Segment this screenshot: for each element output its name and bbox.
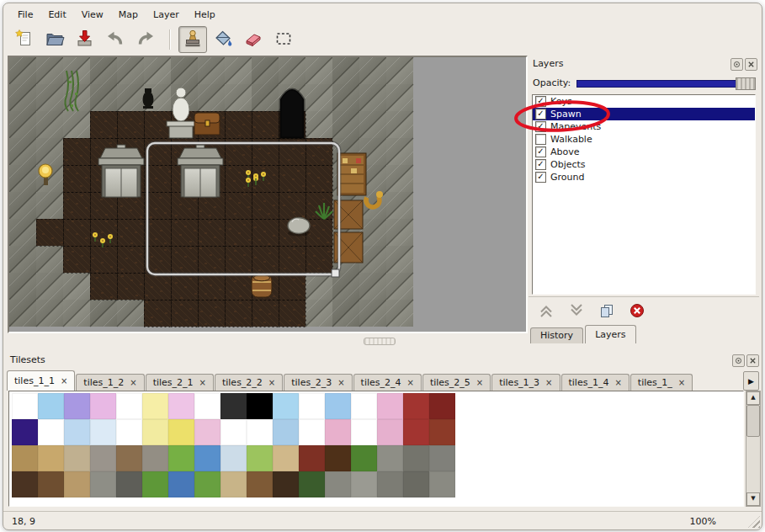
- undo-button[interactable]: [101, 26, 130, 53]
- layer-row-walkable[interactable]: Walkable: [533, 133, 755, 146]
- tileset-tile[interactable]: [38, 471, 64, 497]
- tileset-tile[interactable]: [247, 445, 273, 471]
- tileset-tile[interactable]: [220, 445, 247, 471]
- tileset-tile[interactable]: [12, 419, 38, 445]
- tileset-tile[interactable]: [429, 445, 455, 471]
- tileset-tile[interactable]: [64, 393, 90, 419]
- tileset-tab-tiles_1_4[interactable]: tiles_1_4×: [561, 374, 630, 391]
- tileset-tile[interactable]: [299, 393, 325, 419]
- select-tool-button[interactable]: [269, 26, 298, 53]
- scroll-up-icon[interactable]: ▲: [746, 391, 760, 405]
- tab-close-icon[interactable]: ×: [61, 377, 67, 386]
- tileset-tile[interactable]: [351, 445, 377, 471]
- tileset-tile[interactable]: [38, 393, 64, 419]
- tileset-tile[interactable]: [116, 393, 142, 419]
- tileset-tile[interactable]: [377, 393, 403, 419]
- opacity-slider-handle[interactable]: [736, 77, 756, 90]
- tileset-tile[interactable]: [247, 471, 273, 497]
- layer-row-keys[interactable]: ✓Keys: [533, 95, 755, 108]
- layer-checkbox[interactable]: ✓: [535, 172, 546, 183]
- tileset-tab-tiles_2_4[interactable]: tiles_2_4×: [353, 374, 422, 391]
- map-canvas[interactable]: [9, 57, 523, 328]
- tileset-tile[interactable]: [12, 393, 38, 419]
- tileset-tile[interactable]: [377, 445, 403, 471]
- layer-row-ground[interactable]: ✓Ground: [533, 171, 755, 184]
- tileset-tab-tiles_2_2[interactable]: tiles_2_2×: [215, 374, 283, 391]
- redo-button[interactable]: [131, 26, 160, 53]
- tileset-tile[interactable]: [64, 445, 90, 471]
- tileset-tile[interactable]: [273, 445, 299, 471]
- tileset-tile[interactable]: [299, 419, 325, 445]
- tileset-tile[interactable]: [38, 419, 64, 445]
- tileset-tile[interactable]: [403, 471, 429, 497]
- tileset-tile[interactable]: [429, 419, 455, 445]
- stamp-tool-button[interactable]: [178, 26, 207, 53]
- save-button[interactable]: [71, 26, 99, 53]
- tileset-tile[interactable]: [351, 419, 377, 445]
- tileset-tile[interactable]: [273, 419, 299, 445]
- tileset-tile[interactable]: [12, 445, 38, 471]
- tileset-tile[interactable]: [273, 393, 299, 419]
- layer-row-above[interactable]: ✓Above: [533, 146, 755, 158]
- panel-float-icon[interactable]: [732, 354, 745, 367]
- tileset-tile[interactable]: [168, 445, 194, 471]
- tileset-tab-tiles_1[interactable]: tiles_1_×: [630, 374, 693, 391]
- tileset-tile[interactable]: [142, 471, 168, 497]
- panel-float-icon[interactable]: [730, 58, 743, 71]
- tileset-tile[interactable]: [64, 471, 90, 497]
- tileset-tile[interactable]: [377, 419, 403, 445]
- tileset-tile[interactable]: [38, 445, 64, 471]
- tileset-tile[interactable]: [142, 419, 168, 445]
- panel-tab-layers[interactable]: Layers: [585, 325, 635, 343]
- duplicate-layer-button[interactable]: [598, 301, 616, 320]
- tileset-tile[interactable]: [220, 419, 247, 445]
- tileset-tile[interactable]: [90, 419, 116, 445]
- layer-row-mapevents[interactable]: ✓Mapevents: [533, 120, 755, 133]
- layer-checkbox[interactable]: ✓: [535, 96, 546, 107]
- tab-close-icon[interactable]: ×: [545, 379, 552, 387]
- tileset-tile[interactable]: [325, 445, 351, 471]
- tileset-tile[interactable]: [90, 471, 116, 497]
- tab-close-icon[interactable]: ×: [476, 379, 483, 387]
- lower-layer-button[interactable]: [567, 301, 586, 320]
- scrollbar-thumb[interactable]: [746, 405, 760, 437]
- tileset-tab-tiles_1_2[interactable]: tiles_1_2×: [76, 374, 144, 391]
- tileset-tile[interactable]: [142, 393, 168, 419]
- menu-view[interactable]: View: [74, 7, 111, 23]
- tileset-tile[interactable]: [116, 419, 142, 445]
- tileset-tile[interactable]: [116, 471, 142, 497]
- tileset-tile[interactable]: [220, 471, 247, 497]
- tab-close-icon[interactable]: ×: [614, 379, 621, 387]
- tileset-tab-tiles_2_5[interactable]: tiles_2_5×: [422, 374, 491, 391]
- panel-close-icon[interactable]: [745, 58, 757, 71]
- layer-checkbox[interactable]: ✓: [535, 159, 546, 170]
- tileset-tile[interactable]: [168, 393, 194, 419]
- tileset-tile[interactable]: [429, 393, 455, 419]
- new-file-button[interactable]: [10, 26, 39, 53]
- splitter-handle[interactable]: [364, 338, 396, 345]
- tab-close-icon[interactable]: ×: [268, 379, 275, 387]
- tileset-tile[interactable]: [194, 471, 220, 497]
- fill-tool-button[interactable]: [209, 26, 237, 53]
- tileset-tile[interactable]: [142, 445, 168, 471]
- tileset-tile[interactable]: [247, 393, 273, 419]
- tileset-tile[interactable]: [168, 471, 194, 497]
- tileset-tile[interactable]: [351, 393, 377, 419]
- panel-tab-history[interactable]: History: [530, 327, 583, 343]
- raise-layer-button[interactable]: [537, 301, 555, 320]
- tileset-tile[interactable]: [325, 393, 351, 419]
- tab-close-icon[interactable]: ×: [406, 379, 413, 387]
- layer-row-spawn[interactable]: ✓Spawn: [533, 108, 755, 120]
- tileset-tile[interactable]: [403, 419, 429, 445]
- opacity-slider[interactable]: [576, 77, 756, 89]
- tileset-tile[interactable]: [273, 471, 299, 497]
- tileset-tile[interactable]: [64, 419, 90, 445]
- layer-checkbox[interactable]: ✓: [535, 109, 546, 120]
- tileset-tab-tiles_1_1[interactable]: tiles_1_1×: [7, 370, 75, 391]
- tab-close-icon[interactable]: ×: [199, 379, 206, 387]
- layer-checkbox[interactable]: ✓: [535, 121, 546, 132]
- tileset-tile[interactable]: [351, 471, 377, 497]
- tileset-tile[interactable]: [429, 471, 455, 497]
- menu-file[interactable]: File: [10, 7, 40, 23]
- tileset-scrollbar[interactable]: ▲ ▼: [746, 391, 761, 507]
